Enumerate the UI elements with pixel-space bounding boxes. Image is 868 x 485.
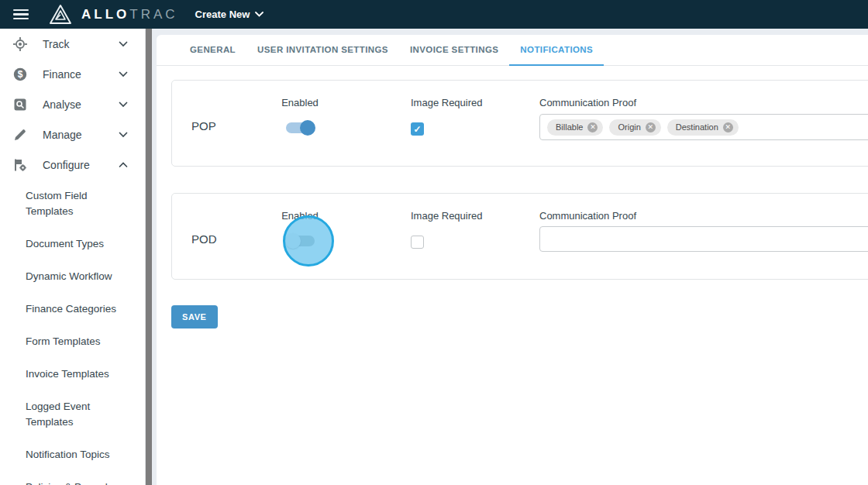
sidebar-item-logged-event-templates[interactable]: Logged Event Templates [0,390,128,439]
sidebar-item-label: Track [43,38,119,50]
pod-settings-card: POD Enabled Image Required Communication… [171,193,868,280]
sidebar-item-custom-field-templates[interactable]: Custom Field Templates [0,180,145,228]
sidebar-item-label: Manage [43,129,119,141]
sidebar-item-dynamic-workflow[interactable]: Dynamic Workflow [0,260,145,293]
chevron-down-icon [255,12,264,17]
sidebar-item-configure[interactable]: Configure [0,150,145,180]
app-header: ALLOTRAC Create New [0,0,868,29]
sidebar-item-manage[interactable]: Manage [0,119,145,150]
sidebar-item-invoice-templates[interactable]: Invoice Templates [0,358,145,390]
brand-text: ALLOTRAC [81,7,178,22]
chip-label: Origin [618,122,640,132]
chevron-down-icon [119,41,128,47]
tag-chip-destination: Destination ✕ [667,119,739,136]
pod-image-required-checkbox[interactable] [411,236,424,249]
allotrac-logo-icon [49,4,72,26]
sidebar-item-finance[interactable]: $ Finance [0,59,145,89]
tab-general[interactable]: GENERAL [179,35,246,66]
tag-chip-origin: Origin ✕ [609,119,660,136]
pop-settings-card: POP Enabled Image Required ✓ Communicati… [171,80,868,167]
pod-enabled-toggle[interactable] [286,236,315,246]
sidebar-item-label: Analyse [43,98,119,111]
communication-proof-label: Communication Proof [539,97,636,108]
sidebar-item-track[interactable]: Track [0,29,145,59]
image-required-label: Image Required [411,210,483,222]
pop-enabled-toggle[interactable] [286,122,315,133]
chip-label: Destination [676,122,718,132]
chip-remove-icon[interactable]: ✕ [646,122,656,132]
flag-gear-icon [12,157,28,173]
settings-tabbar: GENERAL USER INVITATION SETTINGS INVOICE… [157,35,868,66]
chip-remove-icon[interactable]: ✕ [723,122,733,132]
sidebar-item-label: Configure [43,159,119,171]
sidebar-item-notification-topics[interactable]: Notification Topics [0,439,145,471]
checkmark-icon: ✓ [413,124,421,135]
pencil-icon [12,127,28,143]
pop-image-required-checkbox[interactable]: ✓ [411,122,424,136]
tab-notifications[interactable]: NOTIFICATIONS [509,35,604,66]
sidebar-item-form-templates[interactable]: Form Templates [0,325,145,358]
sidebar-item-finance-categories[interactable]: Finance Categories [0,293,145,325]
sidebar-item-document-types[interactable]: Document Types [0,228,145,260]
scrollbar-thumb[interactable] [146,29,152,485]
chevron-down-icon [119,71,128,77]
chip-label: Billable [556,122,583,132]
chip-remove-icon[interactable]: ✕ [587,122,598,132]
gps-icon [12,36,28,52]
sidebar-item-analyse[interactable]: Analyse [0,89,145,119]
chevron-up-icon [119,162,128,168]
sidebar: Track $ Finance Analyse [0,29,145,485]
pop-row-label: POP [191,119,216,132]
pop-communication-proof-field[interactable]: Billable ✕ Origin ✕ Destination ✕ [539,114,868,140]
configure-subnav: Custom Field Templates Document Types Dy… [0,180,145,485]
allotrac-logo[interactable]: ALLOTRAC [49,4,178,26]
tab-invoice-settings[interactable]: INVOICE SETTINGS [399,35,509,66]
settings-panel: GENERAL USER INVITATION SETTINGS INVOICE… [157,35,868,485]
chevron-down-icon [119,132,128,138]
sidebar-item-policies-procedures[interactable]: Policies & Procedures [0,471,145,485]
dollar-circle-icon: $ [12,67,28,82]
document-search-icon [12,97,28,112]
sidebar-scrollbar[interactable] [145,29,152,485]
chevron-down-icon [119,101,128,108]
pod-communication-proof-input[interactable] [539,226,868,252]
svg-text:$: $ [18,69,23,80]
enabled-label: Enabled [265,210,335,222]
image-required-label: Image Required [411,97,483,108]
hamburger-menu-icon[interactable] [13,9,29,20]
toggle-knob [300,120,315,136]
create-new-button[interactable]: Create New [195,9,264,20]
tag-chip-billable: Billable ✕ [547,119,603,136]
sidebar-item-label: Finance [43,68,119,81]
tab-user-invitation-settings[interactable]: USER INVITATION SETTINGS [246,35,399,66]
save-button[interactable]: SAVE [171,305,218,328]
pod-row-label: POD [191,232,217,246]
enabled-label: Enabled [265,97,335,108]
communication-proof-label: Communication Proof [539,210,636,222]
toggle-knob [285,233,301,249]
